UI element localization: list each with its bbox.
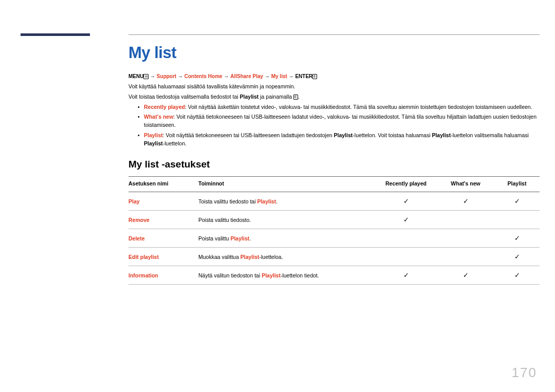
page-content: My list MENUm → Support → Contents Home … [128, 44, 540, 285]
setting-name-cell: Delete [128, 229, 198, 248]
bullet-text: : Voit näyttää tietokoneeseen tai USB-la… [163, 132, 334, 138]
breadcrumb-support: Support [157, 73, 176, 79]
intro-text-1: Voit käyttää haluamaasi sisältöä tavalli… [128, 82, 540, 90]
side-accent-bar [21, 33, 90, 36]
check-cell [375, 229, 437, 248]
bullet-lead: Recently played [144, 104, 185, 110]
playlist-strong: Playlist [144, 140, 163, 146]
breadcrumb-mylist: My list [271, 73, 287, 79]
check-cell: ✓ [494, 229, 540, 248]
list-item: What's new: Voit näyttää tietokoneeseen … [128, 113, 540, 129]
breadcrumb-arrow: → [289, 73, 295, 79]
list-item: Playlist: Voit näyttää tietokoneeseen ta… [128, 131, 540, 148]
enter-icon: E [312, 74, 317, 79]
bullet-list: Recently played: Voit näyttää äskettäin … [128, 103, 540, 147]
intro-playlist-strong: Playlist [240, 94, 259, 100]
breadcrumb: MENUm → Support → Contents Home → AllSha… [128, 73, 540, 79]
breadcrumb-enter: ENTER [295, 73, 312, 79]
bullet-text: : Voit näyttää tietokoneeseen tai USB-la… [144, 114, 536, 128]
col-header-whats-new: What's new [437, 177, 494, 192]
col-header-func: Toiminnot [198, 177, 375, 192]
check-cell: ✓ [437, 192, 494, 211]
breadcrumb-arrow: → [265, 73, 271, 79]
check-cell: ✓ [375, 211, 437, 229]
bullet-text: -luettelon. [163, 140, 187, 146]
table-row: DeletePoista valittu Playlist.✓ [128, 229, 540, 248]
page-number: 170 [512, 365, 537, 381]
setting-func-cell: Poista valittu tiedosto. [198, 211, 375, 229]
playlist-strong: Playlist [334, 132, 353, 138]
intro-text-2: Voit toistaa tiedostoja valitsemalla tie… [128, 92, 540, 101]
setting-func-cell: Näytä valitun tiedoston tai Playlist-lue… [198, 266, 375, 285]
check-cell: ✓ [494, 266, 540, 285]
check-cell: ✓ [375, 266, 437, 285]
breadcrumb-menu: MENU [128, 73, 143, 79]
col-header-name: Asetuksen nimi [128, 177, 198, 192]
setting-name-cell: Play [128, 192, 198, 211]
breadcrumb-arrow: → [150, 73, 157, 79]
check-cell: ✓ [494, 248, 540, 266]
table-header-row: Asetuksen nimi Toiminnot Recently played… [128, 177, 540, 192]
check-cell: ✓ [494, 192, 540, 211]
setting-func-cell: Poista valittu Playlist. [198, 229, 375, 248]
settings-table: Asetuksen nimi Toiminnot Recently played… [128, 176, 540, 285]
bullet-lead: What's new [144, 114, 173, 120]
setting-name-cell: Remove [128, 211, 198, 229]
table-row: PlayToista valittu tiedosto tai Playlist… [128, 192, 540, 211]
breadcrumb-contents-home: Contents Home [184, 73, 223, 79]
breadcrumb-arrow: → [224, 73, 230, 79]
bullet-lead: Playlist [144, 132, 163, 138]
top-rule [128, 34, 540, 35]
playlist-strong: Playlist [432, 132, 451, 138]
check-cell [437, 211, 494, 229]
col-header-playlist: Playlist [494, 177, 540, 192]
check-cell [375, 248, 437, 266]
bullet-text: -luettelon valitsemalla haluamasi [451, 132, 529, 138]
bullet-text: -luettelon. Voit toistaa haluamasi [353, 132, 432, 138]
intro-text-2c: ja painamalla [258, 94, 293, 100]
check-cell [437, 248, 494, 266]
setting-name-cell: Edit playlist [128, 248, 198, 266]
table-row: RemovePoista valittu tiedosto.✓ [128, 211, 540, 229]
check-cell [494, 211, 540, 229]
menu-icon: m [143, 74, 149, 79]
check-cell: ✓ [375, 192, 437, 211]
enter-icon: E [293, 95, 298, 100]
breadcrumb-allshare: AllShare Play [230, 73, 263, 79]
intro-text-2a: Voit toistaa tiedostoja valitsemalla tie… [128, 94, 240, 100]
setting-name-cell: Information [128, 266, 198, 285]
bullet-text: : Voit näyttää äskettäin toistetut video… [185, 104, 532, 110]
table-row: Edit playlistMuokkaa valittua Playlist-l… [128, 248, 540, 266]
subheading: My list -asetukset [128, 159, 540, 170]
page-title: My list [128, 44, 540, 62]
breadcrumb-arrow: → [178, 73, 184, 79]
table-row: InformationNäytä valitun tiedoston tai P… [128, 266, 540, 285]
check-cell [437, 229, 494, 248]
setting-func-cell: Toista valittu tiedosto tai Playlist. [198, 192, 375, 211]
list-item: Recently played: Voit näyttää äskettäin … [128, 103, 540, 111]
check-cell: ✓ [437, 266, 494, 285]
setting-func-cell: Muokkaa valittua Playlist-luetteloa. [198, 248, 375, 266]
col-header-recently-played: Recently played [375, 177, 437, 192]
